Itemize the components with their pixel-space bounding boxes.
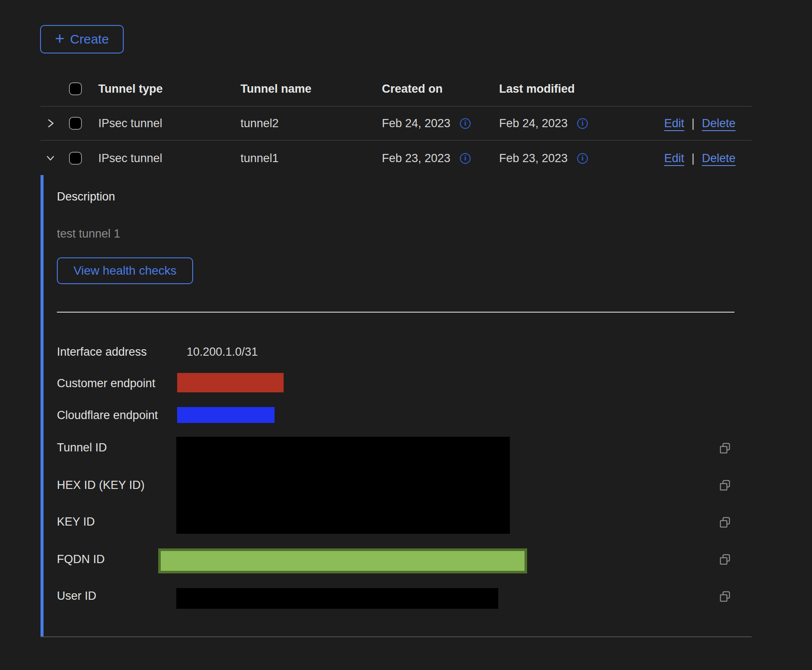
tunnel-type-cell: IPsec tunnel xyxy=(98,152,240,165)
edit-link[interactable]: Edit xyxy=(664,152,684,165)
table-row-tunnel1: IPsec tunnel tunnel1 Feb 23, 2023 Feb 23… xyxy=(41,141,752,176)
row-checkbox[interactable] xyxy=(69,152,82,165)
redacted-customer-endpoint-value xyxy=(177,373,284,392)
create-button-label: Create xyxy=(70,33,109,46)
create-button[interactable]: + Create xyxy=(40,25,124,53)
info-icon[interactable] xyxy=(577,153,588,164)
delete-link[interactable]: Delete xyxy=(702,152,736,165)
interface-address-value: 10.200.1.0/31 xyxy=(187,344,258,359)
created-on-cell: Feb 23, 2023 xyxy=(382,152,499,165)
info-icon[interactable] xyxy=(577,118,588,129)
copy-icon xyxy=(719,442,731,454)
select-all-checkbox[interactable] xyxy=(69,82,82,95)
action-separator: | xyxy=(692,152,695,165)
tunnels-page: + Create Tunnel type Tunnel name Created… xyxy=(0,0,812,670)
expanded-details-panel: Description test tunnel 1 View health ch… xyxy=(41,175,752,637)
chevron-down-icon[interactable] xyxy=(45,153,56,164)
section-divider xyxy=(57,312,734,313)
copy-icon xyxy=(719,591,731,603)
col-header-tunnel-name: Tunnel name xyxy=(240,82,382,96)
redacted-ids-block xyxy=(176,437,510,534)
copy-hex-id-button[interactable] xyxy=(719,479,731,492)
user-id-label: User ID xyxy=(57,589,97,603)
last-modified-date: Feb 24, 2023 xyxy=(499,117,568,130)
delete-link[interactable]: Delete xyxy=(702,117,736,130)
tunnel-name-cell: tunnel2 xyxy=(240,117,382,130)
expanded-indicator-bar xyxy=(41,175,44,636)
table-row-tunnel2: IPsec tunnel tunnel2 Feb 24, 2023 Feb 24… xyxy=(41,106,752,141)
hex-id-label: HEX ID (KEY ID) xyxy=(57,478,145,492)
action-separator: | xyxy=(692,117,695,130)
description-label: Description xyxy=(57,189,115,204)
edit-link[interactable]: Edit xyxy=(664,117,684,130)
created-on-cell: Feb 24, 2023 xyxy=(382,117,499,130)
view-health-checks-button[interactable]: View health checks xyxy=(57,257,193,284)
table-header: Tunnel type Tunnel name Created on Last … xyxy=(41,72,752,106)
last-modified-cell: Feb 24, 2023 xyxy=(499,117,646,130)
tunnel-id-label: Tunnel ID xyxy=(57,440,107,455)
fqdn-id-label: FQDN ID xyxy=(57,552,105,567)
interface-address-label: Interface address xyxy=(57,344,147,359)
description-value: test tunnel 1 xyxy=(57,226,120,241)
created-on-date: Feb 24, 2023 xyxy=(382,117,450,130)
info-icon[interactable] xyxy=(460,153,471,164)
copy-user-id-button[interactable] xyxy=(719,591,731,603)
row-checkbox[interactable] xyxy=(69,117,82,130)
redacted-cloudflare-endpoint-value xyxy=(177,407,275,423)
plus-icon: + xyxy=(55,30,64,47)
copy-icon xyxy=(719,517,731,529)
copy-icon xyxy=(719,554,731,566)
customer-endpoint-label: Customer endpoint xyxy=(57,376,155,391)
cloudflare-endpoint-label: Cloudflare endpoint xyxy=(57,408,158,423)
info-icon[interactable] xyxy=(460,118,471,129)
chevron-right-icon[interactable] xyxy=(45,118,56,129)
redacted-user-id-value xyxy=(176,588,498,609)
redacted-fqdn-id-value xyxy=(158,548,527,573)
copy-icon xyxy=(719,479,731,492)
copy-tunnel-id-button[interactable] xyxy=(719,442,731,454)
tunnel-type-cell: IPsec tunnel xyxy=(98,117,240,130)
key-id-label: KEY ID xyxy=(57,514,95,529)
copy-key-id-button[interactable] xyxy=(719,517,731,529)
created-on-date: Feb 23, 2023 xyxy=(382,152,450,165)
copy-fqdn-id-button[interactable] xyxy=(719,554,731,566)
last-modified-date: Feb 23, 2023 xyxy=(499,152,568,165)
col-header-last-modified: Last modified xyxy=(499,82,646,96)
col-header-tunnel-type: Tunnel type xyxy=(98,82,240,96)
tunnels-table: Tunnel type Tunnel name Created on Last … xyxy=(41,72,752,176)
col-header-created-on: Created on xyxy=(382,82,499,96)
last-modified-cell: Feb 23, 2023 xyxy=(499,152,646,165)
tunnel-name-cell: tunnel1 xyxy=(240,152,382,165)
